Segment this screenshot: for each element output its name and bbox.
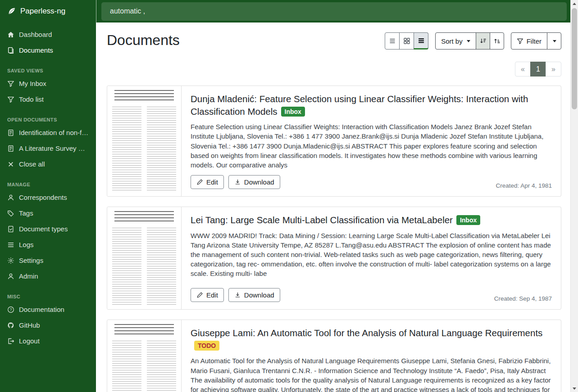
document-actions: Edit Download: [191, 288, 280, 302]
document-card: Lei Tang: Large Scale Multi-Label Classi…: [107, 207, 561, 310]
sidebar-item-close-all[interactable]: Close all: [0, 156, 96, 172]
document-card: Giuseppe Lami: An Automatic Tool for the…: [107, 320, 561, 392]
house-icon: [7, 31, 14, 38]
sidebar-item-tags[interactable]: Tags: [0, 205, 96, 221]
pencil-icon: [196, 292, 203, 298]
created-date: Created: Apr 4, 1981: [496, 182, 552, 189]
document-excerpt: An Automatic Tool for the Analysis of Na…: [191, 356, 552, 392]
sidebar-item-github[interactable]: GitHub: [0, 317, 96, 333]
sort-ascending-button[interactable]: [490, 32, 504, 50]
sidebar-item-admin[interactable]: Admin: [0, 268, 96, 284]
door-exit-icon: [7, 338, 14, 345]
list-view-button[interactable]: [385, 32, 400, 50]
sidebar-item-my-inbox[interactable]: My Inbox: [0, 76, 96, 91]
details-view-icon: [418, 37, 425, 44]
sidebar-item-label: Documentation: [19, 306, 64, 313]
app-brand[interactable]: Paperless-ng: [0, 0, 96, 23]
sidebar-item-documents[interactable]: Documents: [0, 42, 96, 58]
document-title-link[interactable]: Dunja Mladenić: Feature Selection using …: [191, 93, 552, 117]
pencil-icon: [196, 179, 203, 185]
funnel-icon: [517, 38, 523, 45]
document-thumbnail[interactable]: [107, 86, 182, 196]
document-card: Dunja Mladenić: Feature Selection using …: [107, 86, 561, 197]
edit-button[interactable]: Edit: [191, 288, 224, 302]
document-title-link[interactable]: Lei Tang: Large Scale Multi-Label Classi…: [191, 214, 552, 226]
file-text-icon: [7, 145, 14, 152]
sidebar-open-doc-1[interactable]: Identification of non-fu…: [0, 125, 96, 140]
details-view-button[interactable]: [414, 32, 428, 50]
scroll-down-arrow[interactable]: [571, 385, 578, 392]
person-icon: [7, 194, 14, 201]
document-card-body: Giuseppe Lami: An Automatic Tool for the…: [182, 320, 561, 392]
pagination-prev-button[interactable]: «: [515, 62, 531, 77]
filter-controls: Filter: [511, 32, 561, 50]
document-title-link[interactable]: Giuseppe Lami: An Automatic Tool for the…: [191, 327, 552, 351]
search-input[interactable]: [101, 2, 567, 21]
sidebar-item-dashboard[interactable]: Dashboard: [0, 27, 96, 42]
file-check-icon: [7, 225, 14, 233]
document-title: Lei Tang: Large Scale Multi-Label Classi…: [191, 215, 453, 225]
documents-toolbar: Sort by: [385, 32, 561, 50]
sidebar-item-label: Admin: [19, 272, 38, 280]
edit-label: Edit: [206, 291, 218, 299]
tag-badge-todo[interactable]: TODO: [194, 341, 219, 351]
edit-button[interactable]: Edit: [191, 175, 224, 189]
document-excerpt: Feature Selection using Linear Classifie…: [191, 122, 552, 170]
document-list: Dunja Mladenić: Feature Selection using …: [107, 86, 561, 392]
grid-view-button[interactable]: [399, 32, 414, 50]
sidebar-item-label: Logout: [19, 337, 40, 345]
filter-label: Filter: [527, 37, 542, 45]
sidebar-item-logout[interactable]: Logout: [0, 333, 96, 349]
sidebar-item-label: Close all: [19, 160, 45, 168]
sidebar-item-settings[interactable]: Settings: [0, 252, 96, 268]
tag-badge-inbox[interactable]: Inbox: [456, 215, 480, 225]
sort-controls: Sort by: [435, 32, 504, 50]
sort-by-label: Sort by: [441, 37, 463, 45]
sidebar-section-saved-views: SAVED VIEWS: [7, 68, 89, 73]
list-icon: [7, 241, 14, 248]
download-label: Download: [244, 291, 274, 299]
pagination: « 1 »: [107, 62, 561, 77]
download-button[interactable]: Download: [228, 175, 280, 189]
tag-badge-inbox[interactable]: Inbox: [281, 107, 305, 117]
sidebar-item-label: A Literature Survey on …: [19, 144, 89, 152]
sort-up-icon: [493, 37, 501, 45]
person-icon: [7, 273, 14, 280]
sidebar-item-todo-list[interactable]: Todo list: [0, 91, 96, 107]
scrollbar-thumb[interactable]: [572, 8, 577, 109]
filter-dropdown-button[interactable]: [547, 32, 561, 50]
document-title: Giuseppe Lami: An Automatic Tool for the…: [191, 328, 542, 338]
download-icon: [234, 292, 241, 298]
file-text-icon: [7, 129, 14, 136]
download-label: Download: [244, 178, 274, 186]
sidebar-open-doc-2[interactable]: A Literature Survey on …: [0, 140, 96, 156]
document-card-body: Lei Tang: Large Scale Multi-Label Classi…: [182, 207, 561, 309]
sidebar-section-misc: MISC: [7, 294, 89, 299]
sidebar-item-label: GitHub: [19, 321, 40, 329]
document-thumbnail[interactable]: [107, 320, 182, 392]
sidebar-item-correspondents[interactable]: Correspondents: [0, 189, 96, 205]
files-icon: [7, 47, 14, 54]
document-thumbnail[interactable]: [107, 207, 182, 309]
chevron-down-icon: [467, 40, 470, 42]
sidebar-item-label: Documents: [19, 46, 53, 54]
filter-button[interactable]: Filter: [511, 32, 547, 50]
pagination-page-1-button[interactable]: 1: [530, 62, 546, 77]
sort-descending-button[interactable]: [476, 32, 490, 50]
triangle-down-icon: [573, 387, 576, 390]
browser-scrollbar[interactable]: [570, 0, 578, 392]
download-button[interactable]: Download: [228, 288, 280, 302]
sidebar-item-document-types[interactable]: Document types: [0, 221, 96, 237]
top-navbar: Paperless-ng: [0, 0, 570, 23]
document-actions: Edit Download: [191, 175, 280, 189]
funnel-icon: [7, 80, 14, 87]
sort-down-icon: [479, 37, 487, 45]
sidebar-item-label: Identification of non-fu…: [19, 129, 89, 136]
pagination-next-button[interactable]: »: [546, 62, 561, 77]
sort-by-button[interactable]: Sort by: [435, 32, 476, 50]
scroll-up-arrow[interactable]: [571, 0, 578, 7]
question-circle-icon: ?: [7, 306, 14, 313]
sidebar-item-logs[interactable]: Logs: [0, 237, 96, 252]
sidebar-item-documentation[interactable]: ? Documentation: [0, 302, 96, 317]
list-view-icon: [389, 37, 396, 45]
